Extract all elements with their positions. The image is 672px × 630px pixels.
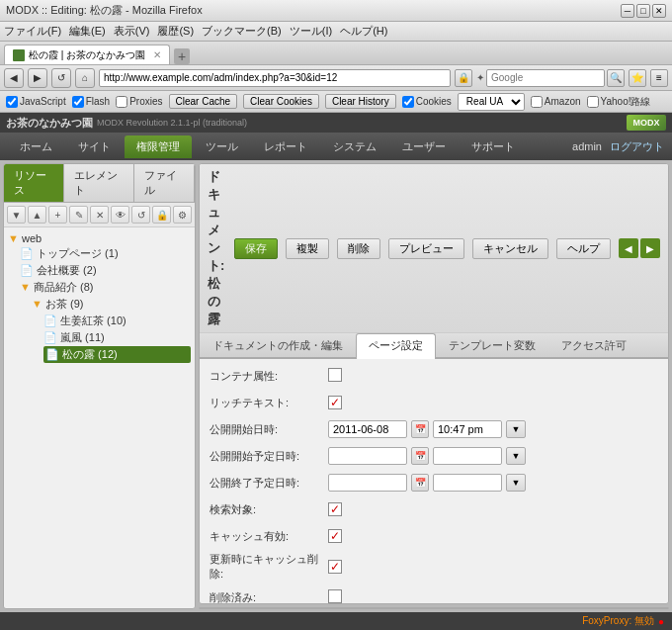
control-publish-end: 📅 ▼ xyxy=(328,474,658,492)
tree-item-matsu[interactable]: 📄 松の露 (12) xyxy=(43,346,191,363)
tree-tool-del[interactable]: ✕ xyxy=(90,206,109,224)
menu-history[interactable]: 履歴(S) xyxy=(157,24,194,39)
back-button[interactable]: ◀ xyxy=(4,68,24,88)
control-container-props xyxy=(328,368,658,384)
bookmark-javascript[interactable]: JavaScript xyxy=(6,96,66,108)
status-icon: ● xyxy=(658,616,664,627)
action-icon-2[interactable]: ▶ xyxy=(640,238,660,258)
clear-history-button[interactable]: Clear History xyxy=(325,94,396,109)
checkbox-cache-enabled[interactable] xyxy=(328,529,342,543)
maximize-button[interactable]: □ xyxy=(636,4,650,18)
tree-tool-up[interactable]: ▲ xyxy=(28,206,46,224)
subtab-create-edit[interactable]: ドキュメントの作成・編集 xyxy=(200,333,356,357)
clear-cookies-button[interactable]: Clear Cookies xyxy=(243,94,319,109)
nav-logout-link[interactable]: ログアウト xyxy=(610,139,664,154)
bookmark-yahoo[interactable]: Yahoo!路線 xyxy=(587,95,651,109)
bookmark-proxies[interactable]: Proxies xyxy=(116,96,162,108)
control-clear-cache-update xyxy=(328,560,658,574)
search-button[interactable]: 🔍 xyxy=(607,69,625,87)
end-date-input[interactable] xyxy=(328,474,407,492)
browser-title: MODX :: Editing: 松の露 - Mozilla Firefox xyxy=(6,3,621,18)
control-publish-date: 📅 ▼ xyxy=(328,420,658,438)
menu-help[interactable]: ヘルプ(H) xyxy=(340,24,387,39)
url-input[interactable] xyxy=(99,69,451,87)
forward-button[interactable]: ▶ xyxy=(28,68,47,88)
end-time-input[interactable] xyxy=(433,474,502,492)
reload-button[interactable]: ↺ xyxy=(51,68,71,88)
menu-tools[interactable]: ツール(I) xyxy=(290,24,332,39)
action-icon-1[interactable]: ◀ xyxy=(619,238,638,258)
tree-tool-view[interactable]: 👁 xyxy=(111,206,129,224)
menu-file[interactable]: ファイル(F) xyxy=(4,24,61,39)
help-button[interactable]: ヘルプ xyxy=(556,238,611,259)
nav-reports[interactable]: レポート xyxy=(252,135,319,158)
tree-tool-add[interactable]: + xyxy=(48,206,67,224)
bookmark-cookies[interactable]: Cookies xyxy=(402,96,452,108)
tree-item-company[interactable]: 📄 会社概要 (2) xyxy=(20,262,191,279)
subtab-page-settings[interactable]: ページ設定 xyxy=(356,333,436,359)
tree-tool-lock[interactable]: 🔒 xyxy=(152,206,171,224)
ua-select[interactable]: Real UA xyxy=(458,93,525,111)
tree-item-web[interactable]: ▼ web xyxy=(8,231,191,245)
modx-site-name: お茶のなかみつ園 xyxy=(6,116,93,131)
nav-site[interactable]: サイト xyxy=(66,135,123,158)
new-tab-button[interactable]: + xyxy=(174,48,190,64)
tree-item-greentea[interactable]: 📄 生姜紅茶 (10) xyxy=(43,313,191,329)
tree-tool-down[interactable]: ▼ xyxy=(7,206,26,224)
preview-button[interactable]: プレビュー xyxy=(388,238,464,259)
tree-item-toppage[interactable]: 📄 トップページ (1) xyxy=(20,245,191,262)
end-time-arrow[interactable]: ▼ xyxy=(506,474,526,492)
bookmark-flash[interactable]: Flash xyxy=(72,96,110,108)
tree-item-tea[interactable]: ▼ お茶 (9) xyxy=(32,296,191,313)
checkbox-search-target[interactable] xyxy=(328,502,342,516)
tab-elements[interactable]: エレメント xyxy=(64,164,134,202)
close-button[interactable]: ✕ xyxy=(652,4,666,18)
checkbox-deleted[interactable] xyxy=(328,589,342,603)
nav-support[interactable]: サポート xyxy=(460,135,527,158)
clear-cache-button[interactable]: Clear Cache xyxy=(169,94,238,109)
checkbox-rich-text[interactable] xyxy=(328,396,342,409)
menu-bookmarks[interactable]: ブックマーク(B) xyxy=(202,24,282,39)
search-input[interactable] xyxy=(486,69,605,87)
start-time-input[interactable] xyxy=(433,447,502,465)
menu-view[interactable]: 表示(V) xyxy=(114,24,150,39)
tree-item-products[interactable]: ▼ 商品紹介 (8) xyxy=(20,279,191,296)
nav-users[interactable]: ユーザー xyxy=(390,135,458,158)
save-button[interactable]: 保存 xyxy=(234,238,278,259)
start-date-input[interactable] xyxy=(328,447,407,465)
tree-group-tea: 📄 生姜紅茶 (10) 📄 嵐風 (11) 📄 松の露 (12) xyxy=(43,313,191,363)
bookmark-amazon[interactable]: Amazon xyxy=(531,96,581,108)
tree-tool-edit[interactable]: ✎ xyxy=(69,206,88,224)
nav-content-mgmt[interactable]: 権限管理 xyxy=(125,135,192,158)
publish-time-input[interactable] xyxy=(433,420,502,438)
publish-date-picker[interactable]: 📅 xyxy=(411,420,429,438)
nav-system[interactable]: システム xyxy=(321,135,388,158)
tab-resources[interactable]: リソース xyxy=(4,164,64,202)
publish-date-input[interactable] xyxy=(328,420,407,438)
tree-tool-refresh[interactable]: ↺ xyxy=(131,206,150,224)
checkbox-clear-cache-update[interactable] xyxy=(328,560,342,574)
start-date-picker[interactable]: 📅 xyxy=(411,447,429,465)
tab-close-icon[interactable]: ✕ xyxy=(153,49,161,60)
end-date-picker[interactable]: 📅 xyxy=(411,474,429,492)
toolbar-icon[interactable]: ≡ xyxy=(650,69,668,87)
subtab-access-perms[interactable]: アクセス許可 xyxy=(548,333,639,357)
tree-item-wind[interactable]: 📄 嵐風 (11) xyxy=(43,329,191,346)
tree-tool-gear[interactable]: ⚙ xyxy=(173,206,192,224)
bookmark-star-icon[interactable]: ⭐ xyxy=(629,69,646,87)
start-time-arrow[interactable]: ▼ xyxy=(506,447,526,465)
browser-tab-active[interactable]: 松の霞 | お茶のなかみつ園 ✕ xyxy=(4,45,170,64)
cancel-button[interactable]: キャンセル xyxy=(472,238,548,259)
copy-button[interactable]: 複製 xyxy=(286,238,329,259)
nav-tools[interactable]: ツール xyxy=(194,135,250,158)
tab-files[interactable]: ファイル xyxy=(134,164,195,202)
control-publish-start: 📅 ▼ xyxy=(328,447,658,465)
delete-button[interactable]: 削除 xyxy=(337,238,380,259)
time-arrow[interactable]: ▼ xyxy=(506,420,526,438)
minimize-button[interactable]: ─ xyxy=(621,4,634,18)
subtab-template-vars[interactable]: テンプレート変数 xyxy=(436,333,548,357)
nav-home[interactable]: ホーム xyxy=(8,135,64,158)
home-button[interactable]: ⌂ xyxy=(75,68,95,88)
menu-edit[interactable]: 編集(E) xyxy=(69,24,106,39)
checkbox-container-props[interactable] xyxy=(328,368,342,382)
